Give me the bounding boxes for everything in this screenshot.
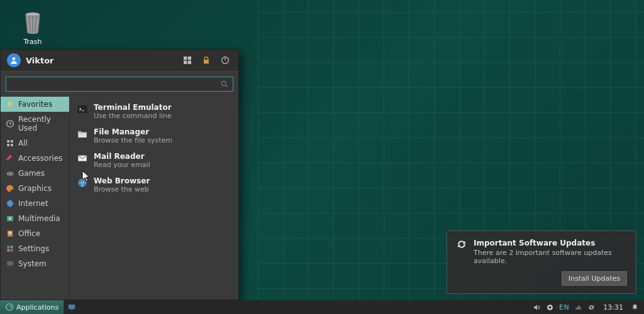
system-icon [6, 259, 14, 268]
application-list: Terminal EmulatorUse the command lineFil… [70, 97, 238, 300]
category-label: All [18, 139, 28, 148]
category-list: FavoritesRecently UsedAllAccessoriesGame… [1, 97, 70, 300]
category-label: Office [18, 229, 40, 238]
updater-indicator[interactable] [546, 303, 554, 311]
app-mail-reader[interactable]: Mail ReaderRead your email [70, 148, 238, 173]
notification-body: There are 2 important software updates a… [474, 249, 627, 265]
package-update-indicator[interactable] [587, 303, 596, 311]
globe-icon [6, 199, 14, 208]
category-label: Games [18, 169, 45, 178]
application-menu: Viktor FavoritesRecently UsedAllAccessor… [0, 49, 239, 300]
taskbar: Applications EN 13:31 [0, 300, 644, 314]
category-multimedia[interactable]: Multimedia [1, 211, 69, 226]
app-web-browser[interactable]: Web BrowserBrowse the web [70, 173, 238, 197]
taskbar-clock[interactable]: 13:31 [601, 303, 626, 311]
svg-point-35 [10, 306, 11, 307]
power-icon [220, 55, 230, 65]
app-description: Browse the web [94, 185, 150, 193]
category-system[interactable]: System [1, 256, 69, 271]
svg-rect-23 [9, 232, 12, 232]
category-internet[interactable]: Internet [1, 196, 69, 211]
settings-grid-icon [182, 55, 192, 65]
svg-point-19 [11, 173, 12, 175]
category-recently-used[interactable]: Recently Used [1, 112, 69, 136]
menu-search[interactable] [6, 77, 233, 92]
opensuse-logo-icon [5, 303, 14, 311]
search-input[interactable] [10, 78, 220, 90]
mail-icon [76, 152, 89, 165]
category-all[interactable]: All [1, 136, 69, 151]
notifications-indicator[interactable] [631, 303, 639, 311]
svg-point-34 [6, 304, 13, 311]
updater-icon [546, 303, 554, 311]
folder-icon [76, 127, 89, 140]
app-title: File Manager [94, 127, 172, 136]
category-accessories[interactable]: Accessories [1, 151, 69, 166]
media-icon [6, 214, 14, 223]
desktop-trash-label: Trash [18, 38, 48, 46]
svg-rect-6 [188, 61, 191, 64]
svg-rect-30 [9, 266, 11, 266]
category-label: Accessories [18, 154, 62, 163]
app-description: Use the command line [94, 112, 172, 120]
game-icon [6, 169, 14, 178]
category-office[interactable]: Office [1, 226, 69, 241]
system-tray: EN 13:31 [528, 303, 644, 311]
svg-rect-14 [11, 140, 13, 143]
category-favorites[interactable]: Favorites [1, 97, 69, 112]
svg-line-11 [226, 85, 228, 87]
applications-button[interactable]: Applications [0, 300, 64, 314]
refresh-icon [587, 303, 596, 311]
svg-rect-5 [184, 61, 187, 64]
category-label: Internet [18, 199, 48, 208]
user-avatar[interactable] [7, 53, 21, 67]
lock-screen-button[interactable] [199, 53, 213, 67]
menu-header: Viktor [1, 50, 238, 72]
category-label: System [18, 259, 47, 268]
network-indicator[interactable] [574, 303, 582, 311]
notification-title: Important Software Updates [474, 239, 627, 247]
app-file-manager[interactable]: File ManagerBrowse the file system [70, 124, 238, 148]
desktop-trash[interactable]: Trash [18, 11, 48, 46]
svg-point-2 [13, 57, 16, 60]
settings-icon [6, 244, 14, 253]
svg-rect-26 [11, 246, 13, 248]
category-label: Recently Used [18, 115, 64, 133]
svg-rect-3 [184, 57, 187, 60]
svg-rect-4 [188, 57, 191, 60]
svg-rect-31 [78, 106, 87, 113]
category-label: Multimedia [18, 214, 60, 223]
app-terminal-emulator[interactable]: Terminal EmulatorUse the command line [70, 99, 238, 124]
update-icon [456, 239, 467, 250]
browser-icon [76, 176, 89, 189]
logout-button[interactable] [218, 53, 232, 67]
office-icon [6, 229, 14, 238]
svg-point-18 [8, 173, 9, 175]
desktop-icon [67, 303, 76, 311]
svg-point-39 [548, 306, 551, 308]
volume-icon [533, 303, 541, 311]
category-settings[interactable]: Settings [1, 241, 69, 256]
svg-rect-24 [9, 233, 12, 234]
svg-rect-29 [7, 261, 13, 265]
svg-rect-27 [7, 249, 9, 252]
category-label: Settings [18, 244, 49, 253]
grid-icon [6, 139, 14, 148]
star-icon [6, 100, 14, 109]
app-title: Web Browser [94, 176, 150, 185]
category-label: Favorites [18, 100, 52, 109]
svg-rect-15 [7, 144, 9, 146]
keyboard-layout-indicator[interactable]: EN [559, 303, 569, 311]
install-updates-button[interactable]: Install Updates [562, 271, 627, 286]
app-title: Mail Reader [94, 152, 150, 161]
search-icon [220, 80, 229, 89]
bell-icon [631, 303, 639, 311]
category-graphics[interactable]: Graphics [1, 181, 69, 196]
username-label: Viktor [26, 56, 175, 65]
show-desktop-button[interactable] [64, 300, 79, 314]
svg-rect-36 [69, 305, 75, 309]
all-settings-button[interactable] [180, 53, 194, 67]
category-games[interactable]: Games [1, 166, 69, 181]
user-icon [9, 56, 18, 65]
volume-control[interactable] [533, 303, 541, 311]
